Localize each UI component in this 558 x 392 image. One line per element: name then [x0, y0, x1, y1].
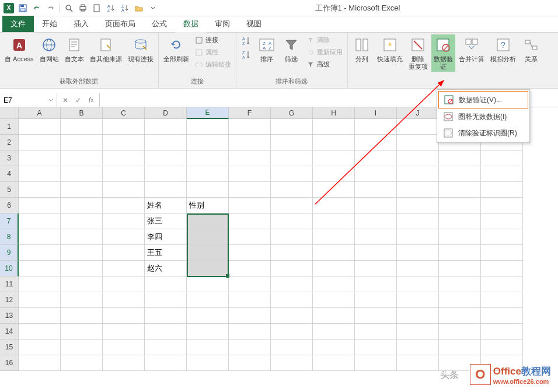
cell-C4[interactable]	[103, 166, 145, 182]
cell-E2[interactable]	[187, 135, 229, 150]
cell-H9[interactable]	[313, 245, 355, 261]
refresh-all-button[interactable]: 全部刷新	[161, 34, 191, 64]
cell-C2[interactable]	[103, 135, 145, 150]
cancel-formula-button[interactable]: ✕	[60, 95, 71, 106]
dropdown-clear-circles[interactable]: 清除验证标识圈(R)	[438, 125, 528, 141]
cell-G10[interactable]	[271, 261, 313, 276]
cell-K4[interactable]	[439, 166, 481, 182]
cell-A4[interactable]	[19, 166, 61, 182]
row-header-13[interactable]: 13	[0, 308, 19, 324]
cell-C16[interactable]	[103, 355, 145, 371]
cell-K3[interactable]	[439, 150, 481, 166]
cell-C9[interactable]	[103, 245, 145, 261]
cell-L6[interactable]	[481, 198, 523, 214]
cell-E8[interactable]	[187, 229, 229, 245]
cell-G1[interactable]	[271, 119, 313, 135]
cell-B4[interactable]	[61, 166, 103, 182]
cell-D16[interactable]	[145, 355, 187, 371]
cell-E10[interactable]	[187, 261, 229, 276]
cell-E13[interactable]	[187, 308, 229, 324]
cell-H16[interactable]	[313, 355, 355, 371]
cell-F14[interactable]	[229, 324, 271, 340]
cell-C15[interactable]	[103, 340, 145, 355]
col-header-I[interactable]: I	[355, 107, 397, 119]
cell-D10[interactable]: 赵六	[145, 261, 187, 276]
cell-G14[interactable]	[271, 324, 313, 340]
cell-G3[interactable]	[271, 150, 313, 166]
cell-I11[interactable]	[355, 276, 397, 292]
select-all-corner[interactable]	[0, 107, 19, 119]
cell-J8[interactable]	[397, 229, 439, 245]
cell-B14[interactable]	[61, 324, 103, 340]
cell-G4[interactable]	[271, 166, 313, 182]
cell-F11[interactable]	[229, 276, 271, 292]
consolidate-button[interactable]: 合并计算	[456, 34, 487, 64]
cell-E12[interactable]	[187, 292, 229, 308]
cell-F10[interactable]	[229, 261, 271, 276]
cell-K13[interactable]	[439, 308, 481, 324]
tab-view[interactable]: 视图	[238, 16, 270, 32]
enter-formula-button[interactable]: ✓	[72, 95, 84, 106]
cell-C3[interactable]	[103, 150, 145, 166]
row-header-4[interactable]: 4	[0, 166, 19, 182]
cell-J4[interactable]	[397, 166, 439, 182]
cell-L12[interactable]	[481, 292, 523, 308]
cell-C6[interactable]	[103, 198, 145, 214]
cell-L7[interactable]	[481, 214, 523, 229]
cell-H15[interactable]	[313, 340, 355, 355]
text-to-columns-button[interactable]: 分列	[350, 34, 374, 64]
cell-F4[interactable]	[229, 166, 271, 182]
row-header-2[interactable]: 2	[0, 135, 19, 150]
cell-D14[interactable]	[145, 324, 187, 340]
dropdown-data-validation[interactable]: 数据验证(V)...	[438, 91, 528, 108]
cell-A13[interactable]	[19, 308, 61, 324]
cell-J13[interactable]	[397, 308, 439, 324]
row-header-12[interactable]: 12	[0, 292, 19, 308]
col-header-G[interactable]: G	[271, 107, 313, 119]
sort-button[interactable]: ZAAZ排序	[255, 34, 278, 64]
cell-A8[interactable]	[19, 229, 61, 245]
col-header-A[interactable]: A	[19, 107, 61, 119]
from-access-button[interactable]: A自 Access	[2, 34, 36, 64]
cell-F1[interactable]	[229, 119, 271, 135]
tab-data[interactable]: 数据	[175, 16, 207, 32]
cell-F16[interactable]	[229, 355, 271, 371]
col-header-D[interactable]: D	[145, 107, 187, 119]
cell-B16[interactable]	[61, 355, 103, 371]
cell-G11[interactable]	[271, 276, 313, 292]
cell-F8[interactable]	[229, 229, 271, 245]
cell-D3[interactable]	[145, 150, 187, 166]
cell-L14[interactable]	[481, 324, 523, 340]
cell-D5[interactable]	[145, 182, 187, 198]
name-box-input[interactable]	[4, 96, 44, 104]
cell-B10[interactable]	[61, 261, 103, 276]
row-header-15[interactable]: 15	[0, 340, 19, 355]
cell-K7[interactable]	[439, 214, 481, 229]
col-header-E[interactable]: E	[187, 107, 229, 119]
tab-review[interactable]: 审阅	[207, 16, 238, 32]
cell-K6[interactable]	[439, 198, 481, 214]
cell-L13[interactable]	[481, 308, 523, 324]
cell-J5[interactable]	[397, 182, 439, 198]
cell-F13[interactable]	[229, 308, 271, 324]
cell-G6[interactable]	[271, 198, 313, 214]
advanced-filter-button[interactable]: 高级	[304, 59, 345, 70]
cell-B13[interactable]	[61, 308, 103, 324]
cell-K15[interactable]	[439, 340, 481, 355]
cell-B8[interactable]	[61, 229, 103, 245]
cell-J7[interactable]	[397, 214, 439, 229]
cell-K5[interactable]	[439, 182, 481, 198]
cell-E7[interactable]	[187, 214, 229, 229]
cell-D13[interactable]	[145, 308, 187, 324]
cell-B2[interactable]	[61, 135, 103, 150]
cell-J1[interactable]	[397, 119, 439, 135]
col-header-H[interactable]: H	[313, 107, 355, 119]
cell-D8[interactable]: 李四	[145, 229, 187, 245]
col-header-C[interactable]: C	[103, 107, 145, 119]
cell-J3[interactable]	[397, 150, 439, 166]
cell-C10[interactable]	[103, 261, 145, 276]
cell-G8[interactable]	[271, 229, 313, 245]
cell-L11[interactable]	[481, 276, 523, 292]
cell-D9[interactable]: 王五	[145, 245, 187, 261]
tab-file[interactable]: 文件	[2, 16, 34, 32]
